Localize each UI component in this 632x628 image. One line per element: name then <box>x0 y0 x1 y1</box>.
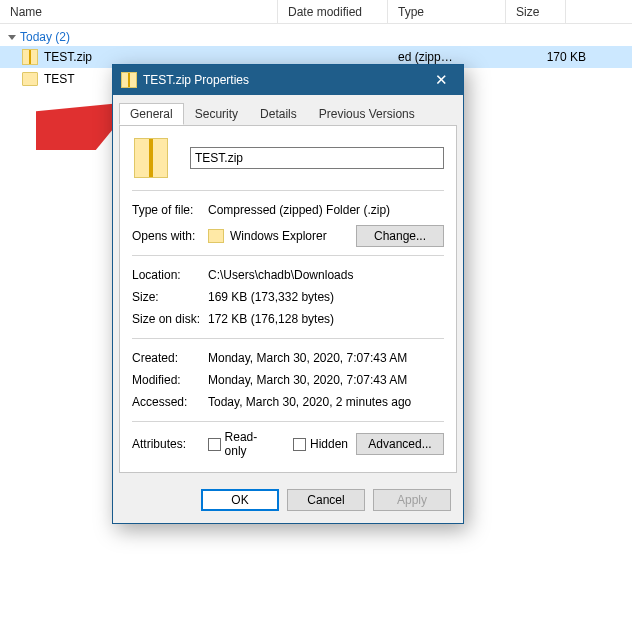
dialog-titlebar[interactable]: TEST.zip Properties ✕ <box>113 65 463 95</box>
ok-button[interactable]: OK <box>201 489 279 511</box>
apply-button[interactable]: Apply <box>373 489 451 511</box>
file-name: TEST.zip <box>44 50 92 64</box>
col-header-type[interactable]: Type <box>388 0 506 23</box>
label-attributes: Attributes: <box>132 437 208 451</box>
label-created: Created: <box>132 351 208 365</box>
tab-general[interactable]: General <box>119 103 184 125</box>
col-header-date[interactable]: Date modified <box>278 0 388 23</box>
zip-icon <box>121 72 137 88</box>
label-type-of-file: Type of file: <box>132 203 208 217</box>
chevron-down-icon <box>8 35 16 40</box>
value-type-of-file: Compressed (zipped) Folder (.zip) <box>208 203 444 217</box>
divider <box>132 190 444 191</box>
value-size: 169 KB (173,332 bytes) <box>208 290 444 304</box>
value-size-on-disk: 172 KB (176,128 bytes) <box>208 312 444 326</box>
zip-icon <box>22 49 38 65</box>
close-icon: ✕ <box>435 71 448 89</box>
dialog-title: TEST.zip Properties <box>143 73 419 87</box>
zip-icon <box>134 138 168 178</box>
checkbox-icon <box>293 438 306 451</box>
group-header-label: Today (2) <box>20 30 70 44</box>
change-button[interactable]: Change... <box>356 225 444 247</box>
label-modified: Modified: <box>132 373 208 387</box>
divider <box>132 421 444 422</box>
label-opens-with: Opens with: <box>132 229 208 243</box>
checkbox-hidden[interactable]: Hidden <box>293 437 348 451</box>
properties-dialog: TEST.zip Properties ✕ General Security D… <box>112 64 464 524</box>
tab-security[interactable]: Security <box>184 103 249 125</box>
value-created: Monday, March 30, 2020, 7:07:43 AM <box>208 351 444 365</box>
col-header-size[interactable]: Size <box>506 0 566 23</box>
explorer-icon <box>208 229 224 243</box>
col-header-name[interactable]: Name <box>0 0 278 23</box>
checkbox-readonly[interactable]: Read-only <box>208 430 277 458</box>
divider <box>132 338 444 339</box>
value-location: C:\Users\chadb\Downloads <box>208 268 444 282</box>
folder-icon <box>22 71 38 87</box>
file-size: 170 KB <box>506 50 616 64</box>
label-size: Size: <box>132 290 208 304</box>
dialog-tabs: General Security Details Previous Versio… <box>119 101 457 125</box>
value-modified: Monday, March 30, 2020, 7:07:43 AM <box>208 373 444 387</box>
label-accessed: Accessed: <box>132 395 208 409</box>
filename-input[interactable] <box>190 147 444 169</box>
file-type: ed (zipp… <box>388 50 506 64</box>
group-header-today[interactable]: Today (2) <box>0 24 632 46</box>
checkbox-icon <box>208 438 221 451</box>
cancel-button[interactable]: Cancel <box>287 489 365 511</box>
value-opens-with: Windows Explorer <box>230 229 327 243</box>
file-name: TEST <box>44 72 75 86</box>
label-size-on-disk: Size on disk: <box>132 312 208 326</box>
close-button[interactable]: ✕ <box>419 65 463 95</box>
tab-previous-versions[interactable]: Previous Versions <box>308 103 426 125</box>
tab-details[interactable]: Details <box>249 103 308 125</box>
checkbox-readonly-label: Read-only <box>225 430 277 458</box>
value-accessed: Today, March 30, 2020, 2 minutes ago <box>208 395 444 409</box>
tab-body-general: Type of file: Compressed (zipped) Folder… <box>119 125 457 473</box>
checkbox-hidden-label: Hidden <box>310 437 348 451</box>
dialog-buttons: OK Cancel Apply <box>113 479 463 523</box>
label-location: Location: <box>132 268 208 282</box>
column-headers: Name Date modified Type Size <box>0 0 632 24</box>
advanced-button[interactable]: Advanced... <box>356 433 444 455</box>
divider <box>132 255 444 256</box>
